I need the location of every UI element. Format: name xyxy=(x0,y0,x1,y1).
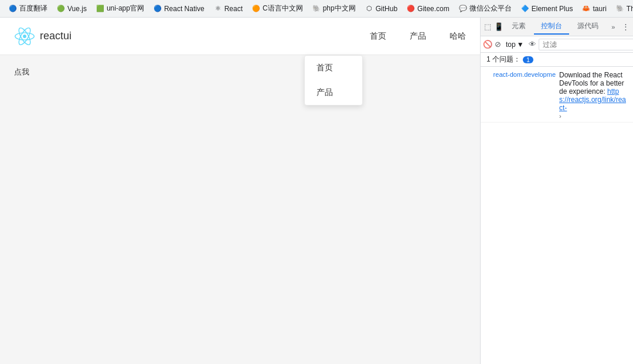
clear-console-icon[interactable]: 🚫 xyxy=(483,38,492,51)
filter-icon[interactable]: ⊘ xyxy=(495,38,501,51)
bookmark-icon-baidu-translate: 🔵 xyxy=(9,5,17,13)
bookmark-label-php: php中文网 xyxy=(323,4,356,13)
browser-chrome: 🔵百度翻译🟢Vue.js🟩uni-app官网🔵React Native⚛Reac… xyxy=(0,0,633,364)
console-source: react-dom.developme xyxy=(485,71,556,78)
inspect-element-icon[interactable]: ⬚ xyxy=(483,21,493,33)
browser-page: reactui 首页 产品 哈哈 首页 产品 点我 xyxy=(0,18,481,364)
bookmark-github[interactable]: ⬡GitHub xyxy=(361,3,401,15)
bookmark-thinkphp6[interactable]: 🐘ThinkPHP6 xyxy=(612,3,633,15)
console-expand-toggle[interactable]: › xyxy=(559,111,561,121)
bookmark-tauri[interactable]: 🦀tauri xyxy=(578,3,610,15)
context-select[interactable]: top ▼ xyxy=(503,39,526,50)
bookmark-icon-tauri: 🦀 xyxy=(582,5,590,13)
bookmark-label-github: GitHub xyxy=(376,5,397,13)
bookmark-icon-php: 🐘 xyxy=(312,5,321,13)
console-message: Download the React DevTools for a better… xyxy=(559,71,626,112)
dropdown-item-home[interactable]: 首页 xyxy=(305,56,362,80)
bookmark-label-react-native: React Native xyxy=(164,5,205,13)
bookmark-icon-gitee: 🔴 xyxy=(407,5,415,13)
devtools-panel: ⬚ 📱 元素 控制台 源代码 » ⋮ 🚫 ⊘ top ▼ 👁 默 xyxy=(481,18,633,364)
bookmark-label-thinkphp6: ThinkPHP6 xyxy=(627,5,633,13)
device-toggle-icon[interactable]: 📱 xyxy=(494,21,504,33)
devtools-toolbar: ⬚ 📱 元素 控制台 源代码 » ⋮ xyxy=(481,18,633,36)
console-message-container: Download the React DevTools for a better… xyxy=(559,71,628,120)
bookmark-icon-thinkphp6: 🐘 xyxy=(616,5,624,13)
bookmark-icon-c-lang: 🟠 xyxy=(252,5,260,13)
bookmark-php[interactable]: 🐘php中文网 xyxy=(308,2,360,15)
issue-label: 1 个问题： xyxy=(486,55,520,64)
bookmarks-bar: 🔵百度翻译🟢Vue.js🟩uni-app官网🔵React Native⚛Reac… xyxy=(0,0,633,18)
bookmark-uni-app[interactable]: 🟩uni-app官网 xyxy=(92,2,148,15)
eye-icon[interactable]: 👁 xyxy=(529,38,536,51)
console-filter-input[interactable] xyxy=(539,39,633,50)
bookmark-label-wechat: 微信公众平台 xyxy=(469,4,512,13)
console-entry: react-dom.developme Download the React D… xyxy=(481,69,633,123)
bookmark-icon-react-native: 🔵 xyxy=(154,5,162,13)
svg-point-0 xyxy=(23,35,26,38)
bookmark-label-c-lang: C语言中文网 xyxy=(263,4,303,13)
react-logo-icon xyxy=(14,26,35,47)
bookmark-icon-github: ⬡ xyxy=(365,5,373,13)
bookmark-baidu-translate[interactable]: 🔵百度翻译 xyxy=(5,2,52,15)
bookmark-icon-vuejs: 🟢 xyxy=(57,5,65,13)
bookmark-wechat[interactable]: 💬微信公众平台 xyxy=(455,2,516,15)
bookmark-icon-element-plus: 🔷 xyxy=(521,5,529,13)
page-content: reactui 首页 产品 哈哈 首页 产品 点我 xyxy=(0,18,480,364)
context-select-label: top xyxy=(506,40,516,49)
nav-link-products[interactable]: 产品 xyxy=(410,29,426,44)
nav-link-home[interactable]: 首页 xyxy=(370,29,386,44)
devtools-dock-icon[interactable]: ⋮ xyxy=(621,21,631,33)
tab-console[interactable]: 控制台 xyxy=(534,19,569,35)
bookmark-label-gitee: Gitee.com xyxy=(417,5,450,13)
nav-link-haha[interactable]: 哈哈 xyxy=(450,29,466,44)
bookmark-element-plus[interactable]: 🔷Element Plus xyxy=(517,3,577,15)
click-text[interactable]: 点我 xyxy=(14,67,29,76)
bookmark-label-baidu-translate: 百度翻译 xyxy=(19,4,47,13)
bookmark-label-uni-app: uni-app官网 xyxy=(107,4,144,13)
devtools-more-tabs[interactable]: » xyxy=(607,21,620,33)
bookmark-label-vuejs: Vue.js xyxy=(67,5,87,13)
tab-elements[interactable]: 元素 xyxy=(505,19,533,35)
devtools-console: react-dom.developme Download the React D… xyxy=(481,67,633,364)
bookmark-react[interactable]: ⚛React xyxy=(210,3,247,15)
issue-badge: 1 个问题： 1 xyxy=(483,53,537,66)
issue-count[interactable]: 1 xyxy=(523,56,533,63)
tab-sources[interactable]: 源代码 xyxy=(570,19,605,35)
dropdown-item-products[interactable]: 产品 xyxy=(305,80,362,105)
dropdown-menu: 首页 产品 xyxy=(304,55,363,106)
bookmark-icon-wechat: 💬 xyxy=(459,5,467,13)
page-body: 点我 xyxy=(0,55,480,89)
bookmark-gitee[interactable]: 🔴Gitee.com xyxy=(403,3,454,15)
main-split: reactui 首页 产品 哈哈 首页 产品 点我 xyxy=(0,18,633,364)
context-select-arrow: ▼ xyxy=(517,40,524,49)
devtools-subbar: 🚫 ⊘ top ▼ 👁 默 xyxy=(481,36,633,53)
bookmark-label-tauri: tauri xyxy=(593,5,606,13)
bookmark-react-native[interactable]: 🔵React Native xyxy=(149,3,209,15)
bookmark-vuejs[interactable]: 🟢Vue.js xyxy=(53,3,91,15)
bookmark-label-element-plus: Element Plus xyxy=(532,5,573,13)
app-navbar: reactui 首页 产品 哈哈 首页 产品 xyxy=(0,18,480,55)
devtools-issues-bar: 1 个问题： 1 xyxy=(481,53,633,67)
bookmark-icon-react: ⚛ xyxy=(214,5,222,13)
bookmark-icon-uni-app: 🟩 xyxy=(96,5,104,13)
nav-links: 首页 产品 哈哈 xyxy=(370,29,466,44)
bookmark-c-lang[interactable]: 🟠C语言中文网 xyxy=(248,2,307,15)
bookmark-label-react: React xyxy=(224,5,243,13)
app-title: reactui xyxy=(40,30,72,42)
app-logo: reactui xyxy=(14,26,72,47)
